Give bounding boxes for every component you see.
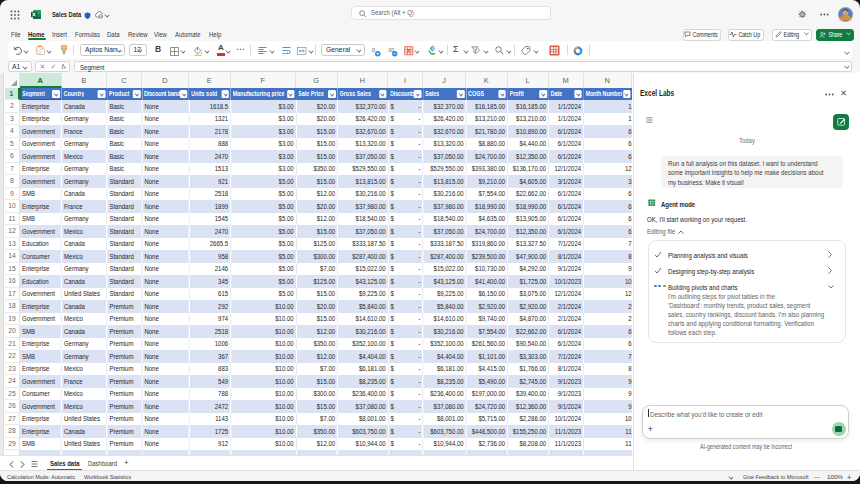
- svg-text:.0: .0: [371, 47, 376, 53]
